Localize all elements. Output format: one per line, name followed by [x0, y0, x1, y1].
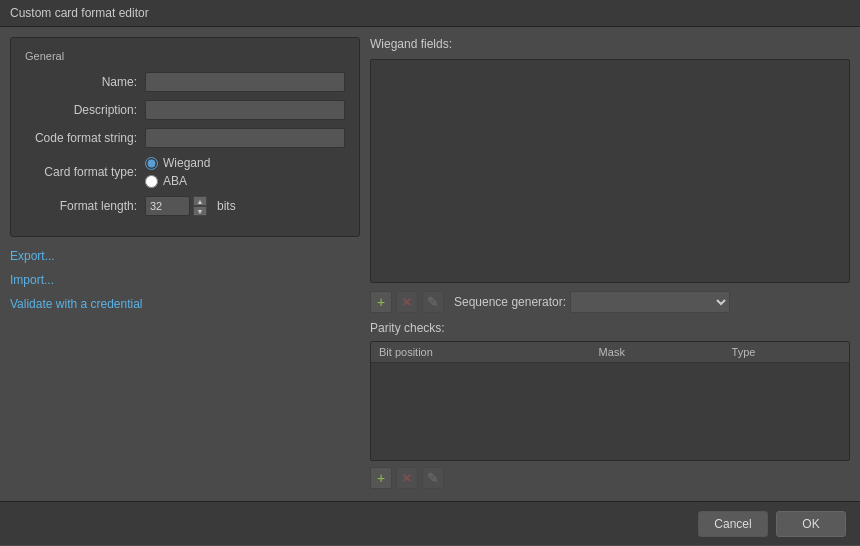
sequence-generator-select[interactable] [570, 291, 730, 313]
type-header: Type [724, 342, 849, 363]
parity-table-box: Bit position Mask Type [370, 341, 850, 461]
spinner-down[interactable]: ▼ [193, 206, 207, 216]
parity-checks-label: Parity checks: [370, 321, 850, 335]
description-row: Description: [25, 100, 345, 120]
card-format-type-label: Card format type: [25, 165, 145, 179]
dialog-body: General Name: Description: Code format s… [0, 27, 860, 501]
bits-label: bits [217, 199, 236, 213]
wiegand-edit-button[interactable]: ✎ [422, 291, 444, 313]
ok-button[interactable]: OK [776, 511, 846, 537]
general-title: General [25, 50, 345, 62]
format-length-row: Format length: ▲ ▼ bits [25, 196, 345, 216]
code-format-row: Code format string: [25, 128, 345, 148]
name-row: Name: [25, 72, 345, 92]
spinner-up[interactable]: ▲ [193, 196, 207, 206]
wiegand-toolbar-row: + ✕ ✎ Sequence generator: [370, 289, 850, 315]
wiegand-fields-box [370, 59, 850, 283]
format-length-input[interactable] [145, 196, 190, 216]
mask-header: Mask [591, 342, 724, 363]
sequence-generator-label: Sequence generator: [454, 295, 566, 309]
format-length-spinner: ▲ ▼ bits [145, 196, 236, 216]
code-format-label: Code format string: [25, 131, 145, 145]
parity-checks-section: Parity checks: Bit position Mask Type + [370, 321, 850, 491]
cancel-button[interactable]: Cancel [698, 511, 768, 537]
import-link[interactable]: Import... [10, 273, 360, 287]
wiegand-radio[interactable] [145, 157, 158, 170]
parity-delete-button[interactable]: ✕ [396, 467, 418, 489]
parity-edit-button[interactable]: ✎ [422, 467, 444, 489]
code-format-input[interactable] [145, 128, 345, 148]
parity-table-header: Bit position Mask Type [371, 342, 849, 363]
aba-radio-row: ABA [145, 174, 210, 188]
general-section: General Name: Description: Code format s… [10, 37, 360, 237]
validate-with-credential-link[interactable]: Validate with a credential [10, 297, 360, 311]
dialog-title: Custom card format editor [10, 6, 149, 20]
aba-radio[interactable] [145, 175, 158, 188]
links-area: Export... Import... Validate with a cred… [10, 245, 360, 315]
wiegand-label: Wiegand [163, 156, 210, 170]
wiegand-fields-label: Wiegand fields: [370, 37, 850, 51]
wiegand-delete-button[interactable]: ✕ [396, 291, 418, 313]
format-length-label: Format length: [25, 199, 145, 213]
name-label: Name: [25, 75, 145, 89]
parity-toolbar-row: + ✕ ✎ [370, 465, 850, 491]
spinner-arrows: ▲ ▼ [193, 196, 207, 216]
description-input[interactable] [145, 100, 345, 120]
right-panel: Wiegand fields: + ✕ ✎ Sequence generator… [370, 37, 850, 491]
footer: Cancel OK [0, 501, 860, 545]
wiegand-add-button[interactable]: + [370, 291, 392, 313]
card-format-type-row: Card format type: Wiegand ABA [25, 156, 345, 188]
card-format-type-group: Wiegand ABA [145, 156, 210, 188]
export-link[interactable]: Export... [10, 249, 360, 263]
name-input[interactable] [145, 72, 345, 92]
wiegand-radio-row: Wiegand [145, 156, 210, 170]
bit-position-header: Bit position [371, 342, 591, 363]
description-label: Description: [25, 103, 145, 117]
parity-add-button[interactable]: + [370, 467, 392, 489]
parity-table: Bit position Mask Type [371, 342, 849, 363]
left-panel: General Name: Description: Code format s… [10, 37, 360, 491]
aba-label: ABA [163, 174, 187, 188]
title-bar: Custom card format editor [0, 0, 860, 27]
